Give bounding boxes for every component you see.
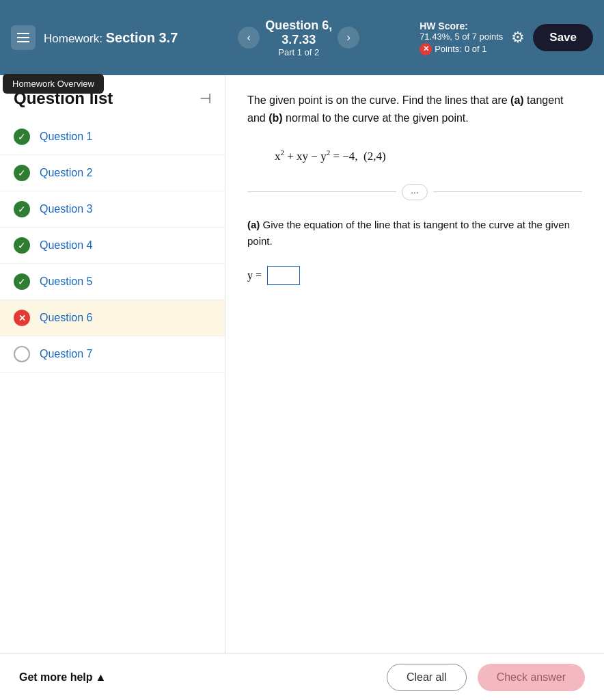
points-label: Points:: [435, 44, 462, 54]
hw-score-section: HW Score: 71.43%, 5 of 7 points ✕ Points…: [420, 21, 503, 55]
answer-input[interactable]: [267, 266, 300, 285]
get-more-help-button[interactable]: Get more help ▲: [19, 671, 106, 684]
divider-right: [433, 191, 582, 192]
answer-row: y =: [247, 266, 582, 285]
question-4-link[interactable]: Question 4: [40, 239, 92, 252]
question-part: Part 1 of 2: [265, 47, 332, 57]
points-incorrect-icon: ✕: [420, 43, 432, 55]
sidebar-item-question-5[interactable]: ✓ Question 5: [0, 264, 225, 300]
question-1-link[interactable]: Question 1: [40, 131, 92, 143]
question-2-link[interactable]: Question 2: [40, 167, 92, 179]
problem-intro: The given point is on the curve. Find th…: [247, 94, 564, 124]
question-5-link[interactable]: Question 5: [40, 275, 92, 288]
footer: Get more help ▲ Clear all Check answer: [0, 654, 604, 700]
hw-label: Homework:: [44, 32, 102, 45]
status-unanswered-icon-7: [14, 346, 30, 362]
homework-title: Homework: Section 3.7: [44, 29, 178, 46]
divider-left: [247, 191, 396, 192]
collapse-icon: ⊣: [200, 91, 211, 106]
question-number: Question 6,: [265, 18, 332, 33]
homework-overview-tooltip[interactable]: Homework Overview: [3, 74, 104, 94]
divider-row: ···: [247, 184, 582, 200]
collapse-sidebar-button[interactable]: ⊣: [200, 90, 211, 107]
question-id: 3.7.33: [265, 33, 332, 47]
score-title: HW Score:: [420, 21, 468, 31]
sidebar-item-question-4[interactable]: ✓ Question 4: [0, 228, 225, 264]
status-correct-icon-5: ✓: [14, 273, 30, 290]
score-value: 71.43%, 5 of 7 points: [420, 31, 503, 42]
part-a-label: (a) Give the equation of the line that i…: [247, 217, 582, 250]
hw-section: Section 3.7: [106, 30, 178, 45]
footer-actions: Clear all Check answer: [387, 664, 585, 691]
menu-button[interactable]: [11, 25, 36, 50]
question-3-link[interactable]: Question 3: [40, 203, 92, 215]
header: Homework: Section 3.7 Homework Overview …: [0, 0, 604, 75]
save-button[interactable]: Save: [533, 24, 593, 51]
sidebar-item-question-3[interactable]: ✓ Question 3: [0, 191, 225, 228]
sidebar: Question list ⊣ ✓ Question 1 ✓ Question …: [0, 75, 225, 654]
clear-all-button[interactable]: Clear all: [387, 664, 467, 691]
question-label: Question 6, 3.7.33 Part 1 of 2: [265, 18, 332, 57]
gear-icon: ⚙: [511, 29, 525, 46]
main-content: Question list ⊣ ✓ Question 1 ✓ Question …: [0, 75, 604, 654]
question-6-link[interactable]: Question 6: [40, 312, 92, 324]
sidebar-item-question-7[interactable]: Question 7: [0, 336, 225, 373]
expand-dots-button[interactable]: ···: [402, 184, 428, 200]
check-answer-button[interactable]: Check answer: [478, 664, 585, 691]
sidebar-item-question-1[interactable]: ✓ Question 1: [0, 119, 225, 155]
content-area: The given point is on the curve. Find th…: [225, 75, 604, 654]
next-question-button[interactable]: ›: [338, 27, 359, 49]
question-7-link[interactable]: Question 7: [40, 348, 92, 360]
sidebar-item-question-2[interactable]: ✓ Question 2: [0, 155, 225, 191]
question-nav: ‹ Question 6, 3.7.33 Part 1 of 2 ›: [186, 18, 411, 57]
status-correct-icon-1: ✓: [14, 129, 30, 145]
problem-text: The given point is on the curve. Find th…: [247, 92, 582, 126]
points-row: ✕ Points: 0 of 1: [420, 43, 486, 55]
prev-question-button[interactable]: ‹: [238, 27, 260, 49]
help-arrow-icon: ▲: [96, 671, 107, 684]
status-correct-icon-2: ✓: [14, 165, 30, 181]
sidebar-item-question-6[interactable]: ✕ Question 6: [0, 300, 225, 336]
settings-button[interactable]: ⚙: [511, 29, 525, 46]
answer-prefix: y =: [247, 269, 262, 282]
equation-block: x2 + xy − y2 = −4, (2,4): [275, 148, 582, 163]
points-value: 0 of 1: [465, 44, 487, 54]
status-correct-icon-4: ✓: [14, 237, 30, 254]
status-incorrect-icon-6: ✕: [14, 310, 30, 326]
status-correct-icon-3: ✓: [14, 201, 30, 217]
